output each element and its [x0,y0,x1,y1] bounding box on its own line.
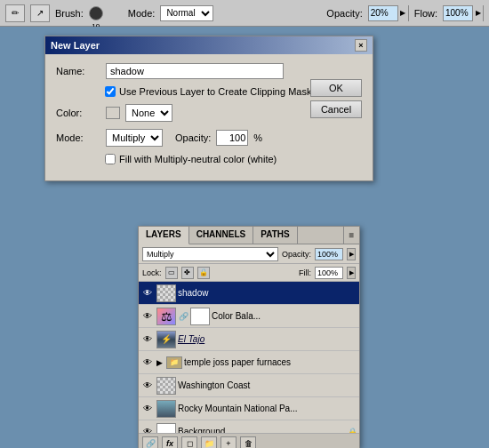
fill-input[interactable]: 100% [315,267,343,279]
layers-opacity-input[interactable]: 100% [315,248,343,260]
layer-thumbnail [156,284,176,302]
layer-thumbnail [156,423,176,434]
add-mask-btn[interactable]: ◻ [181,436,197,449]
name-row: Name: shadow [56,63,362,79]
color-swatch [106,107,120,119]
lock-move-icon[interactable]: ✤ [181,267,194,279]
flow-label: Flow: [414,8,437,19]
layer-link-icon: 🔗 [178,309,188,324]
table-row[interactable]: 👁 Rocky Mountain National Pa... [139,397,359,420]
brush-circle-preview[interactable] [89,6,103,20]
ok-button[interactable]: OK [310,79,362,97]
dialog-title: New Layer [51,40,100,51]
table-row[interactable]: 👁 ⚡ El Tajo [139,328,359,351]
percent-label: % [253,132,262,143]
layer-name: shadow [178,288,357,298]
new-group-btn[interactable]: 📁 [201,436,217,449]
layer-mask-thumbnail [190,308,210,325]
fill-check-label: Fill with Multiply-neutral color (white) [119,154,277,164]
flow-arrow-btn[interactable]: ▶ [472,5,483,21]
main-toolbar: ✏ ↗ Brush: Mode: Normal Multiply Opacity… [0,0,489,27]
clipping-mask-label: Use Previous Layer to Create Clipping Ma… [119,86,311,97]
layer-name: Rocky Mountain National Pa... [178,404,357,413]
brush-label: Brush: [55,8,84,19]
layer-name: temple joss paper furnaces [184,357,357,367]
visibility-icon[interactable]: 👁 [140,332,155,347]
layers-panel: LAYERS CHANNELS PATHS ≡ Multiply Normal … [138,226,360,448]
mode-opacity-row: Mode: Multiply Normal Opacity: 100 % [56,129,362,147]
dialog-mode-label: Mode: [56,132,100,143]
opacity-box: 20% ▶ [368,5,409,21]
visibility-icon[interactable]: 👁 [140,425,155,434]
flow-input[interactable]: 100% [444,6,472,20]
table-row[interactable]: 👁 Background 🔒 [139,420,359,433]
layer-thumbnail [156,377,176,395]
mode-select[interactable]: Normal Multiply [160,5,213,21]
opacity-arrow-btn[interactable]: ▶ [397,5,408,21]
dialog-mode-select[interactable]: Multiply Normal [106,129,163,147]
lock-label: Lock: [142,268,162,277]
new-layer-btn[interactable]: + [220,436,236,449]
layer-name: Background [178,427,345,433]
brush-preview-area [89,6,119,20]
layers-panel-menu-btn[interactable]: ≡ [343,227,359,244]
visibility-icon[interactable]: 👁 [140,402,155,416]
layers-mode-opacity-controls: Multiply Normal Opacity: 100% ▶ [139,244,359,264]
link-layers-btn[interactable]: 🔗 [142,436,158,449]
opacity-input[interactable]: 20% [369,6,397,20]
tab-layers[interactable]: LAYERS [139,227,189,244]
visibility-icon[interactable]: 👁 [140,379,155,393]
brush-tool-alt-btn[interactable]: ↗ [30,4,50,22]
layer-name: Color Bala... [212,311,357,321]
lock-all-icon[interactable]: 🔒 [197,267,210,279]
background-lock-icon: 🔒 [347,427,357,434]
fill-checkbox-row: Fill with Multiply-neutral color (white) [105,154,362,164]
fill-checkbox[interactable] [105,154,116,164]
name-label: Name: [56,66,100,76]
layers-opacity-label: Opacity: [282,250,311,259]
layers-lock-fill-row: Lock: ▭ ✤ 🔒 Fill: 100% ▶ [139,264,359,282]
dialog-body: OK Cancel Name: shadow Use Previous Laye… [45,54,373,180]
tab-paths[interactable]: PATHS [253,227,297,244]
fill-arrow[interactable]: ▶ [347,267,356,279]
table-row[interactable]: 👁 ⚖ 🔗 Color Bala... [139,305,359,328]
visibility-icon[interactable]: 👁 [140,356,155,370]
dialog-titlebar: New Layer × [45,36,373,54]
fill-label: Fill: [299,268,311,277]
layer-thumbnail: ⚡ [156,331,176,348]
layers-opacity-arrow[interactable]: ▶ [347,248,356,260]
layers-bottom-toolbar: 🔗 fx ◻ 📁 + 🗑 [139,433,359,448]
flow-box: 100% ▶ [443,5,484,21]
tab-channels[interactable]: CHANNELS [189,227,254,244]
mode-label: Mode: [128,8,156,19]
layers-tabs: LAYERS CHANNELS PATHS ≡ [139,227,359,244]
layer-fx-btn[interactable]: fx [162,436,178,449]
dialog-opacity-input[interactable]: 100 [216,130,248,146]
delete-layer-btn[interactable]: 🗑 [240,436,256,449]
cancel-button[interactable]: Cancel [310,100,362,118]
opacity-label: Opacity: [326,8,362,19]
color-label: Color: [56,108,100,118]
lock-pixels-icon[interactable]: ▭ [165,267,178,279]
color-select[interactable]: None Red Blue [125,104,172,122]
layer-name: El Tajo [178,334,357,344]
layers-list: 👁 shadow 👁 ⚖ 🔗 Color Bala... 👁 ⚡ [139,282,359,433]
folder-thumbnail: 📁 [166,356,182,369]
brush-tool-btn[interactable]: ✏ [5,4,25,22]
main-area: New Layer × OK Cancel Name: shadow Use P… [0,27,489,448]
dialog-close-btn[interactable]: × [355,39,367,52]
dialog-opacity-label: Opacity: [175,132,211,143]
layer-thumbnail [156,400,176,418]
clipping-mask-checkbox[interactable] [105,86,116,97]
table-row[interactable]: 👁 ▶ 📁 temple joss paper furnaces [139,351,359,374]
table-row[interactable]: 👁 Washington Coast [139,374,359,397]
layer-thumbnail: ⚖ [156,308,176,325]
folder-expand-icon[interactable]: ▶ [156,358,163,367]
visibility-icon[interactable]: 👁 [140,309,155,324]
layer-name: Washington Coast [178,380,357,390]
table-row[interactable]: 👁 shadow [139,282,359,305]
layers-mode-select[interactable]: Multiply Normal [142,247,278,261]
layer-name-input[interactable]: shadow [106,63,284,79]
new-layer-dialog: New Layer × OK Cancel Name: shadow Use P… [44,36,373,181]
visibility-icon[interactable]: 👁 [140,286,155,300]
